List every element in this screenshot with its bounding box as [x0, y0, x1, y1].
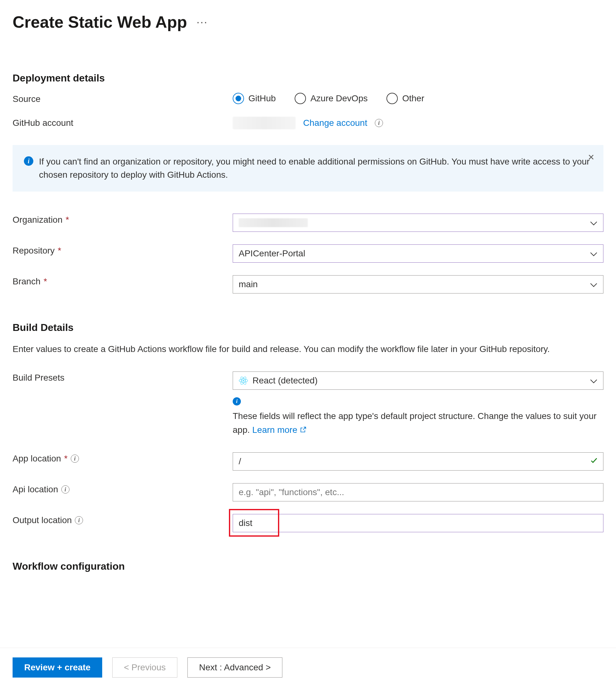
source-radio-group: GitHub Azure DevOps Other — [233, 93, 603, 104]
source-radio-other[interactable]: Other — [387, 93, 424, 104]
permissions-info-banner: i If you can't find an organization or r… — [13, 145, 603, 192]
info-icon[interactable]: i — [71, 454, 79, 463]
source-radio-github-label: GitHub — [248, 93, 276, 104]
build-presets-select[interactable]: React (detected) — [233, 371, 603, 390]
page-title: Create Static Web App — [13, 13, 187, 31]
build-presets-label: Build Presets — [13, 371, 233, 383]
info-icon: i — [24, 156, 33, 166]
app-location-value: / — [239, 456, 241, 467]
required-star: * — [66, 215, 69, 225]
repository-select[interactable]: APICenter-Portal — [233, 244, 603, 263]
api-location-placeholder: e.g. "api", "functions", etc... — [239, 487, 344, 497]
workflow-section-title: Workflow configuration — [13, 561, 603, 572]
build-presets-value: React (detected) — [252, 375, 317, 386]
organization-select[interactable] — [233, 214, 603, 232]
more-menu-icon[interactable]: ··· — [197, 16, 208, 29]
chevron-down-icon — [590, 279, 597, 289]
info-banner-text: If you can't find an organization or rep… — [39, 155, 592, 181]
chevron-down-icon — [590, 218, 597, 228]
organization-label: Organization — [13, 215, 63, 225]
info-icon: i — [233, 397, 241, 406]
build-section-description: Enter values to create a GitHub Actions … — [13, 342, 603, 356]
source-label: Source — [13, 93, 233, 104]
build-section-title: Build Details — [13, 322, 603, 334]
app-location-input[interactable]: / — [233, 452, 603, 471]
api-location-label: Api location — [13, 485, 58, 494]
chevron-down-icon — [590, 249, 597, 259]
source-radio-github[interactable]: GitHub — [233, 93, 276, 104]
required-star: * — [64, 454, 68, 464]
close-icon[interactable]: ✕ — [588, 153, 595, 162]
required-star: * — [44, 277, 47, 286]
svg-point-0 — [243, 380, 244, 382]
source-radio-devops-label: Azure DevOps — [310, 93, 368, 104]
learn-more-text: Learn more — [252, 423, 297, 436]
repository-value: APICenter-Portal — [239, 249, 305, 259]
api-location-input[interactable]: e.g. "api", "functions", etc... — [233, 483, 603, 501]
learn-more-link[interactable]: Learn more — [252, 423, 307, 436]
app-location-label: App location — [13, 454, 61, 464]
repository-label: Repository — [13, 246, 55, 256]
branch-value: main — [239, 279, 258, 289]
chevron-down-icon — [590, 375, 597, 386]
deployment-section-title: Deployment details — [13, 72, 603, 84]
output-location-value: dist — [239, 518, 252, 528]
source-radio-devops[interactable]: Azure DevOps — [295, 93, 368, 104]
branch-label: Branch — [13, 277, 41, 286]
info-icon[interactable]: i — [75, 516, 83, 524]
change-account-link[interactable]: Change account — [303, 118, 367, 128]
checkmark-icon — [590, 456, 598, 467]
external-link-icon — [300, 426, 307, 433]
github-account-value — [233, 117, 295, 129]
info-icon[interactable]: i — [61, 485, 69, 494]
output-location-label: Output location — [13, 515, 72, 525]
source-radio-other-label: Other — [402, 93, 424, 104]
branch-select[interactable]: main — [233, 275, 603, 294]
output-location-input[interactable]: dist — [233, 514, 603, 532]
react-icon — [239, 376, 248, 385]
info-icon[interactable]: i — [375, 119, 383, 127]
github-account-label: GitHub account — [13, 117, 233, 128]
required-star: * — [58, 246, 61, 256]
organization-value — [239, 218, 308, 227]
